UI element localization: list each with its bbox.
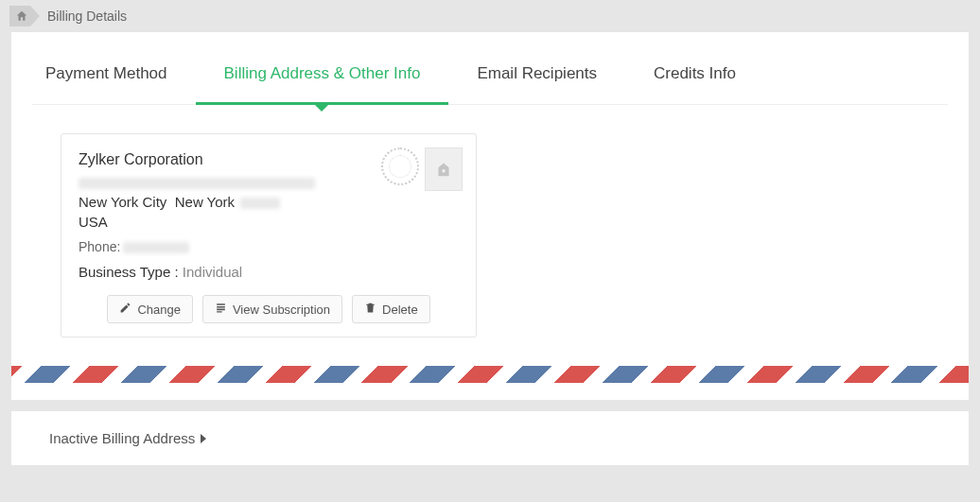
- tab-email-recipients[interactable]: Email Recipients: [448, 55, 625, 104]
- address-state: New York: [175, 194, 235, 210]
- billing-address-card: Zylker Corporation New York City New Yor…: [61, 133, 477, 338]
- stamp-icon: [425, 147, 463, 191]
- phone-row: Phone:: [79, 239, 459, 254]
- pencil-icon: [119, 302, 131, 317]
- address-city-state: New York City New York: [79, 194, 459, 210]
- main-panel: Payment Method Billing Address & Other I…: [11, 32, 969, 400]
- inactive-label: Inactive Billing Address: [49, 430, 195, 446]
- view-subscription-label: View Subscription: [233, 303, 330, 317]
- caret-right-icon: [201, 434, 206, 443]
- airmail-stripe: [11, 366, 969, 383]
- business-type-value: Individual: [183, 264, 242, 280]
- change-button[interactable]: Change: [107, 295, 193, 323]
- view-subscription-button[interactable]: View Subscription: [202, 295, 342, 323]
- delete-label: Delete: [382, 303, 418, 317]
- stamp-decor: [381, 147, 463, 191]
- page-title: Billing Details: [47, 9, 127, 24]
- trash-icon: [364, 302, 376, 317]
- business-type-label: Business Type :: [79, 264, 179, 280]
- address-city: New York City: [79, 194, 166, 210]
- home-icon: [15, 9, 28, 23]
- delete-button[interactable]: Delete: [352, 295, 430, 323]
- postmark-icon: [381, 147, 419, 185]
- tab-credits-info[interactable]: Credits Info: [625, 55, 764, 104]
- inactive-panel: Inactive Billing Address: [11, 411, 969, 465]
- home-breadcrumb[interactable]: [9, 6, 40, 26]
- tab-payment-method[interactable]: Payment Method: [32, 55, 196, 104]
- list-icon: [215, 302, 227, 317]
- business-type-row: Business Type : Individual: [79, 264, 459, 280]
- inactive-billing-toggle[interactable]: Inactive Billing Address: [49, 430, 931, 446]
- tab-billing-address[interactable]: Billing Address & Other Info: [196, 55, 449, 105]
- change-label: Change: [137, 303, 181, 317]
- address-country: USA: [79, 214, 459, 230]
- phone-label: Phone:: [79, 239, 120, 254]
- breadcrumb: Billing Details: [0, 0, 980, 32]
- tab-bar: Payment Method Billing Address & Other I…: [32, 55, 948, 105]
- address-actions: Change View Subscription Delete: [79, 295, 459, 323]
